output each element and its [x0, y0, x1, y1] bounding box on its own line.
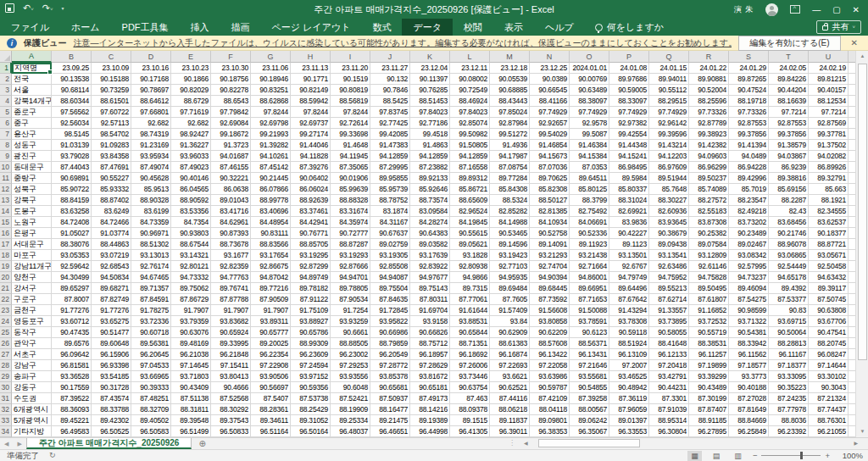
cell[interactable]: 89.94011	[649, 74, 689, 85]
cell[interactable]: 84.72408	[52, 217, 92, 228]
cell[interactable]: 87.90509	[251, 294, 291, 305]
cell[interactable]: 89.01043	[211, 195, 251, 206]
cell[interactable]: 87.45142	[251, 162, 291, 173]
cell[interactable]: 87.87407	[689, 404, 729, 415]
cell[interactable]: 89.33995	[211, 338, 251, 349]
cell[interactable]: 89.64496	[609, 283, 649, 294]
row-header-33[interactable]: 33	[0, 415, 12, 426]
cell[interactable]: 82.69921	[609, 206, 649, 217]
cell[interactable]: 97.73326	[689, 107, 729, 118]
ribbon-tab[interactable]: PDF工具集	[111, 19, 180, 36]
cell[interactable]: 96.23392	[769, 426, 809, 437]
cell[interactable]: 84.19845	[450, 217, 490, 228]
cell[interactable]: 87.77061	[450, 294, 490, 305]
cell[interactable]: 87.39522	[52, 393, 92, 404]
cell[interactable]: 96.16874	[490, 349, 530, 360]
cell[interactable]: 91.16852	[689, 305, 729, 316]
cell[interactable]: 89.50237	[689, 173, 729, 184]
cell[interactable]: 91.61644	[450, 305, 490, 316]
cell[interactable]: 94.73237	[729, 272, 769, 283]
cell[interactable]: 94.89749	[291, 272, 331, 283]
split-handle[interactable]: ⋮	[509, 438, 515, 448]
cell[interactable]: 96.41305	[450, 426, 490, 437]
cell[interactable]: 90.68885	[490, 85, 530, 96]
row-header-20[interactable]: 20	[0, 272, 12, 283]
cell[interactable]: 23.10.30	[211, 63, 251, 74]
sheet-nav-right-icon[interactable]: ▶	[13, 438, 25, 449]
cell[interactable]: 89.5984	[609, 173, 649, 184]
cell[interactable]: 90.69891	[52, 173, 92, 184]
column-header-L[interactable]: L	[450, 51, 490, 63]
cell[interactable]: 87.52568	[211, 393, 251, 404]
cell[interactable]: 90.44204	[769, 85, 809, 96]
cell[interactable]: 93.81672	[410, 371, 450, 382]
cell[interactable]: 89.92133	[410, 173, 450, 184]
row-header-5[interactable]: 5	[0, 107, 12, 118]
cell[interactable]: 24.01.22	[689, 63, 729, 74]
cell[interactable]: 90.47541	[809, 327, 849, 338]
cell[interactable]: 85.90722	[52, 184, 92, 195]
cell[interactable]: 87.87788	[211, 294, 251, 305]
cell[interactable]: 89.39117	[809, 283, 849, 294]
cell[interactable]: 87.52421	[331, 393, 370, 404]
cell[interactable]: 91.3723	[211, 140, 251, 151]
cell[interactable]: 90.6661	[331, 327, 370, 338]
cell-stub[interactable]	[849, 107, 855, 118]
cell[interactable]: 94.75828	[689, 272, 729, 283]
cell[interactable]: 92.85508	[370, 261, 410, 272]
cell[interactable]: 91.4648	[331, 140, 370, 151]
cell[interactable]: 87.71653	[570, 294, 609, 305]
cell[interactable]: 93.19305	[370, 250, 410, 261]
cell[interactable]: 90.42227	[609, 228, 649, 239]
cell[interactable]: 87.86729	[171, 294, 211, 305]
cell[interactable]: 91.09283	[92, 140, 131, 151]
cell[interactable]: 93.78308	[609, 316, 649, 327]
cell[interactable]: 92.77186	[410, 118, 450, 129]
cell[interactable]: 93.79028	[52, 151, 92, 162]
cell[interactable]: 97.8244	[331, 107, 370, 118]
cell-stub[interactable]	[849, 85, 855, 96]
cell[interactable]: 96.20549	[370, 349, 410, 360]
cell[interactable]: 90.52004	[689, 85, 729, 96]
cell[interactable]: 88.1921	[809, 195, 849, 206]
cell[interactable]: 87.49173	[410, 393, 450, 404]
cell[interactable]: 90.18756	[211, 74, 251, 85]
cell[interactable]: 88.38097	[570, 96, 609, 107]
cell[interactable]: 88.46924	[450, 96, 490, 107]
cell[interactable]: 서대문구	[12, 239, 52, 250]
cell[interactable]: 94.12203	[649, 151, 689, 162]
cell[interactable]: 91.75109	[291, 305, 331, 316]
cell[interactable]: 93.84358	[92, 151, 131, 162]
cell[interactable]: 87.67642	[609, 294, 649, 305]
cell[interactable]: 강북구	[12, 195, 52, 206]
cell[interactable]: 83.37461	[291, 206, 331, 217]
cell[interactable]: 99.4518	[410, 129, 450, 140]
ribbon-tab[interactable]: 表示	[493, 19, 534, 36]
cell[interactable]: 90.83251	[251, 85, 291, 96]
cell[interactable]: 87.39258	[570, 393, 609, 404]
cell[interactable]: 88.56819	[331, 96, 370, 107]
cell[interactable]: 90.83111	[251, 228, 291, 239]
cell[interactable]: 90.31728	[92, 382, 131, 393]
cell[interactable]: 88.67544	[171, 239, 211, 250]
cell[interactable]: 88.31024	[609, 195, 649, 206]
column-header-G[interactable]: G	[251, 51, 291, 63]
cell[interactable]: 기타지방	[12, 426, 52, 437]
cell[interactable]: 85.92646	[410, 184, 450, 195]
cell[interactable]: 99.54029	[530, 129, 570, 140]
cell[interactable]: 88.88505	[331, 338, 370, 349]
cell[interactable]: 87.50937	[370, 393, 410, 404]
cell[interactable]: 91.37502	[809, 140, 849, 151]
cell[interactable]: 86.97609	[649, 162, 689, 173]
cell[interactable]: 90.6123	[570, 327, 609, 338]
cell[interactable]: 91.23169	[131, 140, 171, 151]
cell[interactable]: 91.36227	[171, 140, 211, 151]
cell[interactable]: 90.59356	[291, 382, 331, 393]
cell[interactable]: 90.18946	[251, 74, 291, 85]
cell[interactable]: 92.9578	[570, 118, 609, 129]
column-header-M[interactable]: M	[490, 51, 530, 63]
cell[interactable]: 92.87984	[490, 118, 530, 129]
cell-stub[interactable]	[849, 261, 855, 272]
cell[interactable]: 94.12859	[450, 151, 490, 162]
cell[interactable]: 서울	[12, 85, 52, 96]
